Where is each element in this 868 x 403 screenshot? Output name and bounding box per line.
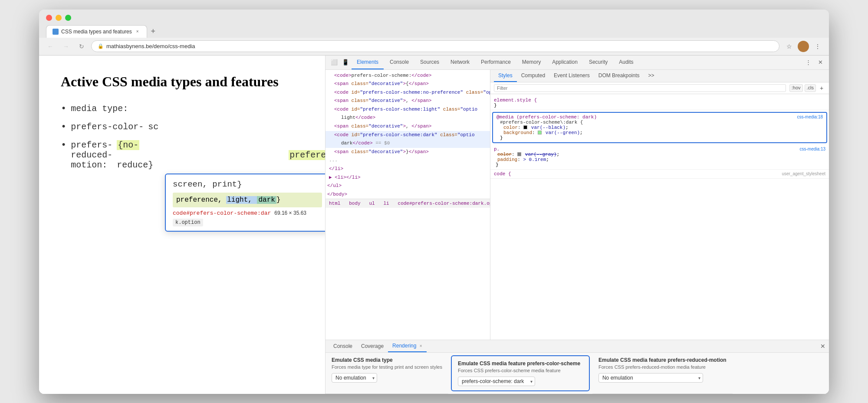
element-class: k.option xyxy=(173,219,203,226)
bottom-tab-console[interactable]: Console xyxy=(329,341,357,352)
styles-filter-input[interactable] xyxy=(494,84,786,92)
rendering-section-media-type: Emulate CSS media type Forces media type… xyxy=(326,353,448,394)
light-highlight: light, xyxy=(226,196,257,204)
forward-button[interactable]: → xyxy=(60,40,72,52)
dom-line-4: <span class="decorative">, </span> xyxy=(326,97,490,105)
dark-selector: #prefers-color-scheme\:dark { xyxy=(500,120,583,125)
devtools-tab-security[interactable]: Security xyxy=(584,56,613,69)
color-swatch-gray xyxy=(517,152,521,156)
minimize-button[interactable] xyxy=(56,15,62,21)
devtools-tab-network[interactable]: Network xyxy=(445,56,475,69)
dom-line-3: <code id="prefers-color-scheme:no-prefer… xyxy=(326,88,490,97)
devtools-tab-console[interactable]: Console xyxy=(385,56,414,69)
address-bar[interactable]: 🔒 mathiasbynens.be/demo/css-media xyxy=(91,40,779,52)
dom-line-11: ... xyxy=(326,156,490,165)
rule-source-ua[interactable]: user_agent_stylesheet xyxy=(782,171,825,176)
list-item-prefers-color: prefers-color-sc xyxy=(61,122,303,132)
webpage-panel: Active CSS media types and features medi… xyxy=(39,56,326,394)
media-type-select-wrapper: No emulation print screen xyxy=(332,373,377,383)
tab-close-button[interactable]: × xyxy=(135,29,141,35)
devtools-panel: ⬜ 📱 Elements Console Sources Network Per… xyxy=(326,56,829,394)
bottom-tabs: Console Coverage Rendering × ✕ xyxy=(326,340,829,353)
color-scheme-select-wrapper: prefers-color-scheme: dark No emulation … xyxy=(458,377,535,386)
dom-line-10: <span class="decorative">}</span> xyxy=(326,148,490,157)
add-style-button[interactable]: + xyxy=(818,84,825,92)
styles-tab-more[interactable]: >> xyxy=(644,70,658,82)
devtools-header: ⬜ 📱 Elements Console Sources Network Per… xyxy=(326,56,829,70)
more-tools-icon[interactable]: ⋮ xyxy=(803,57,813,68)
color-scheme-title: Emulate CSS media feature prefers-color-… xyxy=(458,360,583,367)
devtools-tab-performance[interactable]: Performance xyxy=(476,56,516,69)
devtools-tab-elements[interactable]: Elements xyxy=(352,56,384,69)
bottom-tab-rendering[interactable]: Rendering × xyxy=(388,340,427,352)
device-icon[interactable]: 📱 xyxy=(340,57,351,68)
browser-window: CSS media types and features × + ← → ↻ 🔒… xyxy=(39,10,829,394)
menu-icon[interactable]: ⋮ xyxy=(812,40,824,52)
reduced-motion-select[interactable]: No emulation prefers-reduced-motion: red… xyxy=(598,373,703,383)
close-devtools-icon[interactable]: ✕ xyxy=(815,57,825,68)
maximize-button[interactable] xyxy=(65,15,71,21)
list-item-scheme: sc xyxy=(148,122,158,132)
dom-line-6: light</code> xyxy=(326,114,490,122)
back-button[interactable]: ← xyxy=(44,40,56,52)
bottom-tab-coverage[interactable]: Coverage xyxy=(357,341,388,352)
rule-selector: element.style { xyxy=(494,98,537,103)
styles-tab-computed[interactable]: Computed xyxy=(517,70,549,82)
rule-source-1[interactable]: css-media:18 xyxy=(797,115,823,119)
devtools-tab-sources[interactable]: Sources xyxy=(415,56,444,69)
styles-filter: :hov .cls + xyxy=(490,82,829,94)
url-text: mathiasbynens.be/demo/css-media xyxy=(106,43,195,49)
styles-content: element.style { } @media (prefers-color-… xyxy=(490,94,829,340)
dom-breadcrumb: html body ul li code#prefers-color-schem… xyxy=(326,199,490,208)
inspect-icon[interactable]: ⬜ xyxy=(329,57,339,68)
media-type-desc: Forces media type for testing print and … xyxy=(332,364,442,370)
devtools-right-icons: ⋮ ✕ xyxy=(803,57,825,68)
styles-tab-event-listeners[interactable]: Event Listeners xyxy=(549,70,594,82)
preference-highlight: preference xyxy=(289,150,326,160)
toolbar-right: ☆ ⋮ xyxy=(783,40,824,52)
color-swatch-green xyxy=(538,131,542,134)
dom-line-15: </body> xyxy=(326,190,490,199)
styles-panel: Styles Computed Event Listeners DOM Brea… xyxy=(490,70,829,340)
tab-favicon xyxy=(53,29,59,35)
devtools-tab-audits[interactable]: Audits xyxy=(614,56,638,69)
devtools-body: <code>prefers-color-scheme:</code> <span… xyxy=(326,70,829,340)
hov-button[interactable]: :hov xyxy=(789,84,803,92)
rendering-tab-close[interactable]: × xyxy=(420,344,422,348)
list-item-media-type: media type: xyxy=(61,104,303,114)
bottom-panel: Console Coverage Rendering × ✕ Emulate C… xyxy=(326,340,829,394)
media-type-select[interactable]: No emulation print screen xyxy=(332,373,377,383)
bookmark-icon[interactable]: ☆ xyxy=(783,40,795,52)
code-selector: code { xyxy=(494,171,511,177)
traffic-lights xyxy=(46,15,822,21)
styles-tabs: Styles Computed Event Listeners DOM Brea… xyxy=(490,70,829,82)
browser-tab-active[interactable]: CSS media types and features × xyxy=(46,25,147,38)
title-bar: CSS media types and features × + xyxy=(39,10,829,38)
dark-highlight: dark xyxy=(257,196,276,204)
devtools-tab-memory[interactable]: Memory xyxy=(517,56,546,69)
list-item-label-2: prefers-color- xyxy=(71,122,144,132)
color-swatch-black xyxy=(523,125,527,129)
list-item-label: media type: xyxy=(71,104,128,114)
styles-tab-dom-breakpoints[interactable]: DOM Breakpoints xyxy=(594,70,644,82)
dom-line-8[interactable]: <code id="prefers-color-scheme:dark" cla… xyxy=(326,131,490,140)
user-avatar[interactable] xyxy=(798,41,809,52)
dom-line-9[interactable]: dark</code> == $0 xyxy=(326,139,490,148)
devtools-tab-application[interactable]: Application xyxy=(547,56,583,69)
dom-panel: <code>prefers-color-scheme:</code> <span… xyxy=(326,70,490,340)
dom-line-2: <span class="decorative">{</span> xyxy=(326,80,490,88)
close-button[interactable] xyxy=(46,15,52,21)
rule-source-2[interactable]: css-media:13 xyxy=(800,147,825,151)
bottom-panel-close[interactable]: ✕ xyxy=(820,343,825,350)
color-scheme-select[interactable]: prefers-color-scheme: dark No emulation … xyxy=(458,377,535,386)
styles-tab-styles[interactable]: Styles xyxy=(494,70,517,82)
cls-button[interactable]: .cls xyxy=(805,84,816,92)
new-tab-button[interactable]: + xyxy=(147,26,159,38)
media-type-title: Emulate CSS media type xyxy=(332,357,442,363)
reload-button[interactable]: ↻ xyxy=(76,40,88,52)
closing-brace: } xyxy=(276,196,281,204)
media-query: @media (prefers-color-scheme: dark) xyxy=(496,115,597,120)
code-rule: code { user_agent_stylesheet xyxy=(490,170,829,179)
element-dimensions: 69.16 × 35.63 xyxy=(274,210,306,216)
no-preference-highlight: {no- xyxy=(117,140,139,150)
